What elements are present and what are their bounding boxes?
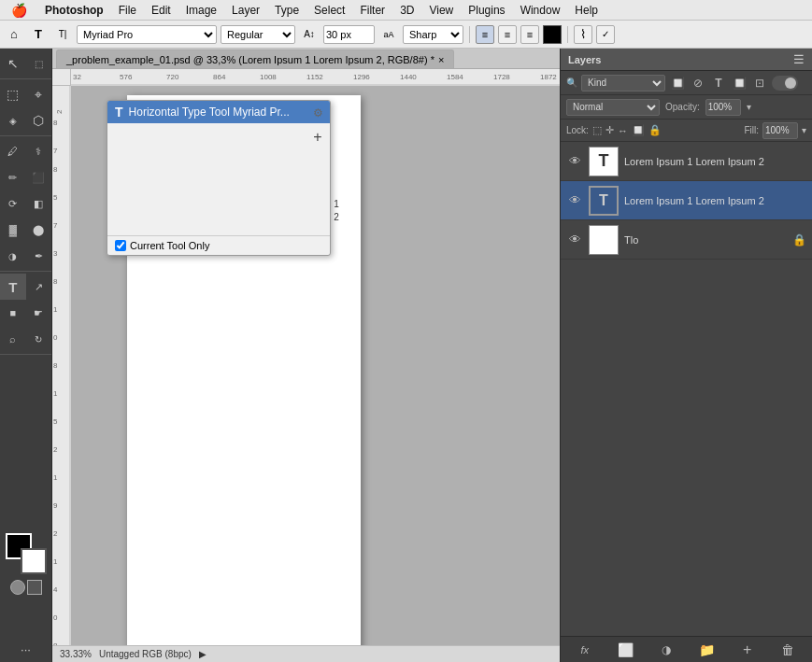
lock-transparent-btn[interactable]: ⬚ [592,124,602,136]
menu-plugins[interactable]: Plugins [461,0,512,21]
opacity-input[interactable] [705,99,741,116]
layer-item[interactable]: 👁 Tlo 🔒 [561,220,812,260]
menu-file[interactable]: File [111,0,144,21]
move-tool[interactable]: ↖ [0,50,26,77]
filter-smart-btn[interactable]: ⊡ [751,75,768,92]
pen-tool[interactable]: ✒ [26,243,52,269]
add-adjustment-btn[interactable]: ◑ [656,640,677,660]
svg-text:2: 2 [55,109,64,114]
eraser-tool[interactable]: ◧ [26,190,52,217]
eyedropper-tool[interactable]: 🖊 [0,138,26,164]
rotate-tool[interactable]: ↻ [26,326,52,352]
menu-edit[interactable]: Edit [144,0,178,21]
gradient-tool[interactable]: ▓ [0,217,26,243]
anti-alias-select[interactable]: Sharp [403,25,463,44]
menu-view[interactable]: View [421,0,461,21]
menu-3d[interactable]: 3D [392,0,421,21]
history-brush-tool[interactable]: ⟳ [0,190,26,217]
add-fx-btn[interactable]: fx [575,640,595,660]
font-family-select[interactable]: Myriad Pro [77,25,217,44]
blend-mode-select[interactable]: Normal [566,99,660,116]
delete-layer-btn[interactable]: 🗑 [777,640,798,660]
layers-list: 👁 T Lorem Ipsum 1 Lorem Ipsum 2 👁 T Lore… [561,142,812,636]
apple-logo[interactable]: 🍎 [0,3,37,18]
font-size-input[interactable] [323,25,375,44]
shape-tool[interactable]: ■ [0,300,26,326]
lock-artboard-btn[interactable]: 🔲 [632,124,645,136]
text-color-swatch[interactable] [543,25,562,44]
type-options-icon[interactable]: T| [52,24,73,45]
blur-tool[interactable]: ⬤ [26,217,52,243]
lasso-tool[interactable]: ⌖ [26,81,52,107]
layer-lock-icon-3: 🔒 [792,233,806,246]
anti-alias-icon: aA [378,24,399,45]
tool-popup-type-icon: T [115,105,123,120]
layer-visibility-2[interactable]: 👁 [566,192,583,209]
align-right-btn[interactable]: ≡ [520,25,539,44]
filter-adjustment-btn[interactable]: ⊘ [690,75,706,92]
add-mask-btn[interactable]: ⬜ [615,640,635,660]
stamp-tool[interactable]: ⬛ [26,164,52,190]
color-area [0,529,51,597]
screen-mode-btn[interactable] [27,580,42,595]
warp-text-btn[interactable]: ⌇ [574,25,592,44]
brush-tool[interactable]: ✏ [0,164,26,190]
artboard-tool[interactable]: ⬚ [26,50,52,77]
svg-text:1008: 1008 [260,73,277,81]
menu-image[interactable]: Image [178,0,224,21]
path-select-tool[interactable]: ↗ [26,274,52,300]
type-tool-icon[interactable]: T [28,24,49,45]
more-tools-btn[interactable]: ··· [0,642,51,656]
hand-tool[interactable]: ☛ [26,300,52,326]
menu-help[interactable]: Help [567,0,605,21]
zoom-tool[interactable]: ⌕ [0,326,26,352]
toolbar-section-1: ↖ ⬚ [0,49,51,79]
dodge-tool[interactable]: ◑ [0,243,26,269]
home-icon[interactable]: ⌂ [4,24,24,45]
document-tab-label: _problem_example_01.psd @ 33,3% (Lorem I… [66,54,434,65]
document-tab[interactable]: _problem_example_01.psd @ 33,3% (Lorem I… [56,49,454,68]
layers-filter-bar: 🔍 Kind 🔲 ⊘ T 🔲 ⊡ [561,71,812,95]
menu-window[interactable]: Window [513,0,568,21]
menu-filter[interactable]: Filter [352,0,392,21]
add-layer-btn[interactable]: + [737,640,758,660]
lock-image-btn[interactable]: ✛ [605,124,614,136]
layer-item[interactable]: 👁 T Lorem Ipsum 1 Lorem Ipsum 2 [561,142,812,181]
lock-position-btn[interactable]: ↔ [618,125,628,136]
panel-menu-btn[interactable]: ☰ [793,52,805,66]
add-group-btn[interactable]: 📁 [696,640,717,660]
healing-tool[interactable]: ⚕ [26,138,52,164]
layer-visibility-3[interactable]: 👁 [566,232,583,248]
quick-select-tool[interactable]: ◈ [0,107,26,134]
align-center-btn[interactable]: ≡ [498,25,517,44]
filter-shape-btn[interactable]: 🔲 [731,75,748,92]
type-tool[interactable]: T [0,274,26,300]
quick-mask-btn[interactable] [10,580,25,595]
marquee-tool[interactable]: ⬚ [0,81,26,107]
fill-arrow[interactable]: ▾ [802,125,806,135]
document-tab-close[interactable]: × [438,54,444,65]
menu-select[interactable]: Select [306,0,352,21]
app-name: Photoshop [37,0,111,21]
menu-type[interactable]: Type [267,0,306,21]
crop-tool[interactable]: ⬡ [26,107,52,134]
opacity-arrow[interactable]: ▾ [747,102,751,112]
layer-visibility-1[interactable]: 👁 [566,153,583,170]
lock-all-btn[interactable]: 🔒 [648,124,662,136]
align-left-btn[interactable]: ≡ [476,25,494,44]
filter-toggle-btn[interactable] [772,76,798,91]
status-arrow[interactable]: ▶ [199,649,207,659]
fill-input[interactable] [762,122,798,139]
menu-layer[interactable]: Layer [224,0,267,21]
filter-pixel-btn[interactable]: 🔲 [669,75,686,92]
filter-kind-select[interactable]: Kind [581,75,665,92]
tool-popup-plus-btn[interactable]: + [309,129,326,146]
background-color[interactable] [21,548,47,574]
filter-type-btn[interactable]: T [710,75,727,92]
tool-popup-gear-btn[interactable]: ⚙ [309,105,326,121]
font-size-icon: A↕ [299,24,320,45]
current-tool-only-checkbox[interactable] [115,240,126,251]
layer-item[interactable]: 👁 T Lorem Ipsum 1 Lorem Ipsum 2 [561,181,812,220]
font-style-select[interactable]: Regular [221,25,295,44]
toggle-char-btn[interactable]: ✓ [596,25,615,44]
